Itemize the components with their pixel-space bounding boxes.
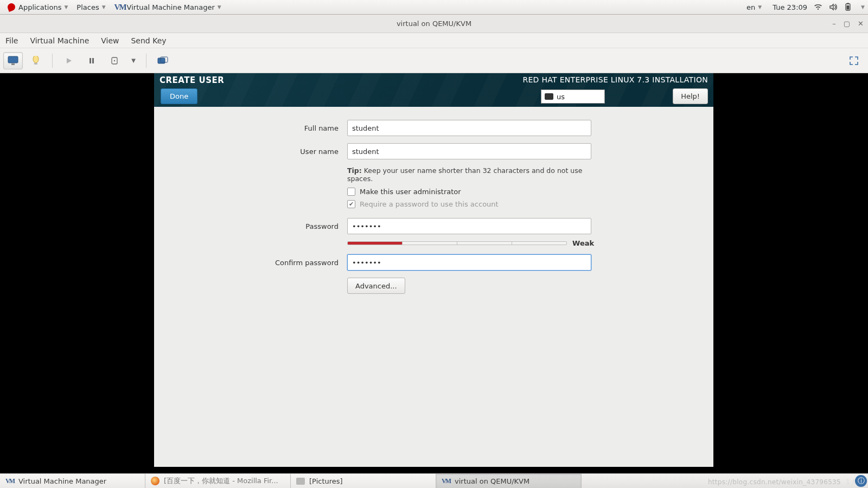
svg-rect-7 <box>90 58 91 63</box>
maximize-button[interactable]: ▢ <box>844 20 850 28</box>
menubar: File Virtual Machine View Send Key <box>0 33 868 48</box>
screen-title: CREATE USER <box>159 75 224 85</box>
fullname-input[interactable] <box>347 120 591 136</box>
keyboard-icon <box>545 93 553 100</box>
taskbar: VM Virtual Machine Manager [百度一下，你就知道 - … <box>0 473 868 488</box>
battery-icon[interactable] <box>844 3 852 11</box>
advanced-button[interactable]: Advanced... <box>347 278 405 294</box>
task-label: [Pictures] <box>309 477 343 485</box>
confirm-password-input[interactable] <box>347 254 591 271</box>
menu-file[interactable]: File <box>5 36 18 45</box>
vmm-icon: VM <box>114 3 126 12</box>
anaconda-body: Full name User name Tip: Keep your user … <box>154 107 713 467</box>
task-label: [百度一下，你就知道 - Mozilla Fir... <box>164 476 278 486</box>
task-virtual-vm[interactable]: VM virtual on QEMU/KVM <box>436 474 582 488</box>
input-lang[interactable]: en▼ <box>742 3 766 11</box>
accessibility-icon[interactable]: ⓘ <box>855 475 867 487</box>
svg-rect-3 <box>8 56 18 63</box>
minimize-button[interactable]: – <box>832 20 836 28</box>
done-button[interactable]: Done <box>161 88 197 104</box>
menu-virtual-machine[interactable]: Virtual Machine <box>30 36 89 45</box>
applications-menu[interactable]: Applications ▼ <box>3 3 72 11</box>
task-firefox[interactable]: [百度一下，你就知道 - Mozilla Fir... <box>145 474 291 488</box>
task-pictures[interactable]: [Pictures] <box>291 474 436 488</box>
svg-rect-6 <box>34 63 37 65</box>
menu-view[interactable]: View <box>101 36 119 45</box>
shutdown-button[interactable] <box>105 52 124 69</box>
fullname-label: Full name <box>154 124 347 132</box>
task-vmm[interactable]: VM Virtual Machine Manager <box>0 474 145 488</box>
product-title: RED HAT ENTERPRISE LINUX 7.3 INSTALLATIO… <box>522 75 708 84</box>
require-password-row: Require a password to use this account <box>347 200 713 208</box>
chevron-down-icon: ▼ <box>218 4 221 10</box>
chevron-down-icon: ▼ <box>102 4 106 10</box>
redhat-icon <box>7 2 16 12</box>
shutdown-menu[interactable]: ▼ <box>127 52 139 69</box>
admin-checkbox-label: Make this user administrator <box>360 188 461 196</box>
password-strength-meter: Weak <box>347 239 591 247</box>
vmm-app-menu[interactable]: VM Virtual Machine Manager ▼ <box>110 3 226 12</box>
snapshots-button[interactable] <box>153 52 173 69</box>
anaconda-header: CREATE USER RED HAT ENTERPRISE LINUX 7.3… <box>154 73 713 107</box>
require-password-label: Require a password to use this account <box>360 200 499 208</box>
svg-point-5 <box>33 56 39 63</box>
vmm-window: virtual on QEMU/KVM – ▢ ✕ File Virtual M… <box>0 15 868 473</box>
close-button[interactable]: ✕ <box>858 20 864 28</box>
places-menu[interactable]: Places ▼ <box>72 3 110 11</box>
svg-rect-1 <box>847 3 849 4</box>
password-input[interactable] <box>347 218 591 234</box>
places-label: Places <box>76 3 99 11</box>
help-button[interactable]: Help! <box>673 88 708 104</box>
menu-send-key[interactable]: Send Key <box>131 36 166 45</box>
system-menu-icon[interactable]: ▼ <box>861 4 865 10</box>
require-password-checkbox <box>347 200 355 208</box>
window-titlebar: virtual on QEMU/KVM – ▢ ✕ <box>0 15 868 33</box>
fullscreen-button[interactable] <box>844 52 864 69</box>
admin-checkbox-row[interactable]: Make this user administrator <box>347 188 713 196</box>
svg-point-10 <box>114 60 115 61</box>
firefox-icon <box>151 477 159 485</box>
chevron-down-icon: ▼ <box>64 4 68 10</box>
password-label: Password <box>154 222 347 230</box>
username-input[interactable] <box>347 143 591 159</box>
svg-rect-4 <box>11 63 15 65</box>
username-label: User name <box>154 147 347 156</box>
window-title: virtual on QEMU/KVM <box>397 20 471 28</box>
password-strength-label: Weak <box>572 239 594 247</box>
vmm-app-label: Virtual Machine Manager <box>127 3 215 11</box>
toolbar: ▼ <box>0 48 868 73</box>
keyboard-layout-indicator[interactable]: us <box>541 89 605 104</box>
applications-label: Applications <box>18 3 61 11</box>
details-button[interactable] <box>26 52 46 69</box>
clock[interactable]: Tue 23:09 <box>773 3 807 11</box>
confirm-password-label: Confirm password <box>154 259 347 267</box>
task-label: virtual on QEMU/KVM <box>455 477 529 485</box>
username-tip: Tip: Keep your user name shorter than 32… <box>347 166 597 183</box>
console-button[interactable] <box>3 52 23 69</box>
keyboard-layout-label: us <box>557 93 565 101</box>
admin-checkbox[interactable] <box>347 188 355 196</box>
network-icon[interactable] <box>814 3 822 11</box>
watermark: https://blog.csdn.net/weixin_43796535 <box>708 478 841 486</box>
svg-rect-2 <box>847 5 850 10</box>
vmm-icon: VM <box>442 477 450 485</box>
guest-display[interactable]: CREATE USER RED HAT ENTERPRISE LINUX 7.3… <box>0 73 868 473</box>
folder-icon <box>296 477 305 485</box>
task-label: Virtual Machine Manager <box>18 477 106 485</box>
anaconda-installer: CREATE USER RED HAT ENTERPRISE LINUX 7.3… <box>154 73 713 467</box>
gnome-top-bar: Applications ▼ Places ▼ VM Virtual Machi… <box>0 0 868 15</box>
vmm-icon: VM <box>5 477 14 485</box>
volume-icon[interactable] <box>829 3 838 11</box>
svg-rect-8 <box>92 58 94 63</box>
pause-button[interactable] <box>82 52 101 69</box>
run-button[interactable] <box>59 52 79 69</box>
